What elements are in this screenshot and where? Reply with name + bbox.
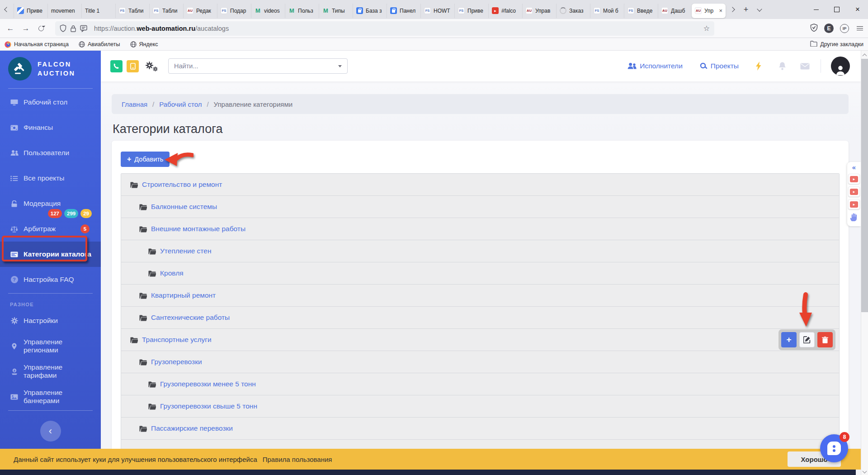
- tab-list-dropdown-icon[interactable]: [753, 0, 766, 19]
- category-link[interactable]: Квартирный ремонт: [139, 291, 216, 299]
- scrollbar-thumb[interactable]: [861, 59, 868, 312]
- category-link[interactable]: Транспортные услуги: [130, 336, 212, 344]
- video-help-button[interactable]: ▶: [848, 174, 860, 184]
- browser-tab[interactable]: ▶#falco: [488, 4, 522, 18]
- sidebar-item[interactable]: Управление тарифами: [0, 359, 101, 384]
- browser-tab[interactable]: MПольз: [285, 4, 319, 18]
- browser-tab[interactable]: FSТабли: [115, 4, 149, 18]
- breadcrumb-link[interactable]: Рабочий стол: [159, 100, 202, 108]
- bell-icon[interactable]: [778, 62, 787, 71]
- category-link[interactable]: Грузоперевозки свыше 5 тонн: [148, 402, 257, 410]
- globe-icon: [79, 41, 85, 48]
- sidebar-item[interactable]: Все проекты: [0, 166, 101, 191]
- add-category-button[interactable]: + Добавить: [121, 152, 170, 167]
- chat-widget-button[interactable]: 8: [820, 434, 848, 462]
- sidebar-item[interactable]: Настройки: [0, 308, 101, 333]
- browser-tab[interactable]: FSТабли: [149, 4, 183, 18]
- tab-scroll-left-icon[interactable]: [0, 0, 14, 19]
- sidebar-item[interactable]: Рабочий стол: [0, 90, 101, 115]
- phone-button[interactable]: [110, 60, 123, 72]
- folder-icon: [139, 359, 147, 366]
- edit-category-button[interactable]: [799, 332, 815, 347]
- sidebar-item[interactable]: ?Настройка FAQ: [0, 267, 101, 292]
- brand-logo[interactable]: FALCON AUCTION: [0, 51, 101, 87]
- cookie-rules-link[interactable]: Правила пользования: [263, 456, 332, 463]
- browser-tab[interactable]: Приве: [14, 4, 47, 18]
- reload-button[interactable]: [33, 22, 49, 35]
- address-bar[interactable]: https://auction.web-automation.ru/aucata…: [55, 21, 714, 36]
- forward-button[interactable]: →: [18, 22, 33, 35]
- breadcrumb-link[interactable]: Главная: [122, 100, 147, 108]
- ip-extension-icon[interactable]: IP: [840, 24, 849, 33]
- user-avatar[interactable]: [831, 57, 850, 76]
- lightning-icon[interactable]: [756, 62, 762, 71]
- envelope-icon[interactable]: [800, 63, 810, 70]
- browser-tab[interactable]: AUДашб: [658, 4, 692, 18]
- other-bookmarks-button[interactable]: Другие закладки: [810, 41, 863, 48]
- category-link[interactable]: Грузоперевозки: [139, 358, 202, 366]
- browser-tab[interactable]: AUРедак: [183, 4, 217, 18]
- document-button[interactable]: [127, 60, 139, 72]
- sidebar-item[interactable]: Категории каталога: [0, 242, 101, 267]
- category-link[interactable]: Внешние монтажные работы: [139, 225, 245, 233]
- scroll-down-icon[interactable]: [863, 470, 866, 473]
- widget-collapse-icon[interactable]: «: [852, 163, 856, 171]
- browser-tab[interactable]: Заказ: [556, 4, 590, 18]
- sidebar-item[interactable]: Арбитраж5: [0, 216, 101, 242]
- extension-e-icon[interactable]: E: [824, 24, 834, 33]
- adblock-shield-icon[interactable]: [810, 24, 818, 33]
- add-subcategory-button[interactable]: +: [781, 332, 797, 347]
- category-link[interactable]: Пассажирские перевозки: [139, 424, 233, 432]
- topnav-link[interactable]: Проекты: [700, 62, 739, 70]
- bookmark-item[interactable]: Авиабилеты: [79, 41, 120, 48]
- new-tab-button[interactable]: +: [739, 0, 753, 19]
- browser-tab[interactable]: Title 1: [81, 4, 115, 18]
- tab-close-icon[interactable]: ×: [719, 7, 722, 14]
- browser-tab[interactable]: Панел: [387, 4, 420, 18]
- browser-tab[interactable]: Mvideos: [251, 4, 285, 18]
- category-link[interactable]: Грузоперевозки менее 5 тонн: [148, 380, 256, 388]
- tab-scroll-right-icon[interactable]: [726, 0, 739, 19]
- browser-tab[interactable]: FSВведе: [624, 4, 658, 18]
- menu-icon[interactable]: [855, 25, 864, 32]
- video-help-button[interactable]: ▶: [848, 199, 860, 209]
- sidebar-item[interactable]: Управление баннерами: [0, 384, 101, 409]
- back-button[interactable]: ←: [3, 22, 18, 35]
- hand-icon[interactable]: [850, 213, 858, 223]
- browser-tab[interactable]: AUУправ: [522, 4, 556, 18]
- scroll-up-icon[interactable]: [863, 53, 866, 57]
- category-link[interactable]: Утепление стен: [148, 247, 211, 255]
- page-scrollbar[interactable]: [861, 51, 868, 475]
- browser-tab[interactable]: База з: [353, 4, 387, 18]
- sidebar-item[interactable]: Модерация12729929: [0, 191, 101, 216]
- bookmark-star-icon[interactable]: ☆: [703, 24, 710, 33]
- browser-tab[interactable]: movemen: [47, 4, 81, 18]
- sidebar-collapse-button[interactable]: ‹: [40, 421, 61, 442]
- category-link[interactable]: Балконные системы: [139, 203, 217, 211]
- lock-icon[interactable]: [71, 25, 76, 32]
- permissions-icon[interactable]: [80, 25, 87, 32]
- sidebar-item[interactable]: Финансы: [0, 115, 101, 140]
- video-help-button[interactable]: ▶: [848, 186, 860, 197]
- bookmark-item[interactable]: Яндекс: [130, 41, 158, 48]
- browser-tab[interactable]: FSПодар: [217, 4, 251, 18]
- browser-tab[interactable]: FSМой б: [590, 4, 624, 18]
- sidebar-item[interactable]: Управление регионами: [0, 333, 101, 359]
- bookmark-item[interactable]: Начальная страница: [5, 41, 69, 48]
- settings-gears-icon[interactable]: [145, 60, 160, 72]
- category-link[interactable]: Сантехнические работы: [139, 314, 230, 322]
- sidebar-item[interactable]: Пользователи: [0, 140, 101, 166]
- window-maximize-button[interactable]: [826, 0, 847, 19]
- topnav-link[interactable]: Исполнители: [627, 62, 683, 70]
- delete-category-button[interactable]: [817, 332, 833, 347]
- window-minimize-button[interactable]: [806, 0, 826, 19]
- browser-tab[interactable]: FSПриве: [454, 4, 488, 18]
- category-link[interactable]: Строительство и ремонт: [130, 180, 222, 189]
- browser-tab[interactable]: MТипы: [319, 4, 353, 18]
- browser-tab[interactable]: AUУпр×: [692, 4, 726, 18]
- window-close-button[interactable]: [847, 0, 868, 19]
- browser-tab[interactable]: FSHOWT: [420, 4, 454, 18]
- tracking-shield-icon[interactable]: [60, 24, 66, 32]
- search-input[interactable]: Найти...: [168, 58, 348, 74]
- category-link[interactable]: Кровля: [148, 269, 184, 277]
